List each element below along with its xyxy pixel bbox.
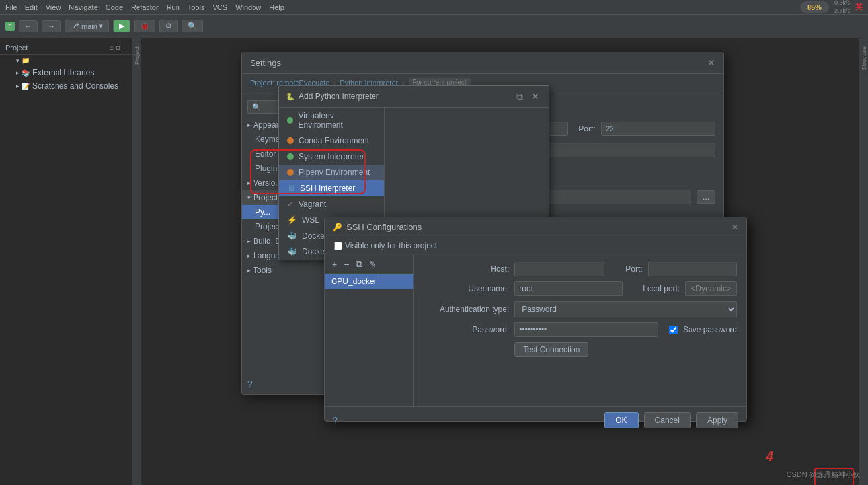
ssh-edit-btn[interactable]: ✎	[367, 258, 379, 270]
toolbar-search-btn[interactable]: 🔍	[182, 20, 203, 32]
menu-item-tools[interactable]: Tools	[188, 3, 205, 11]
annotation-4: 4	[766, 448, 773, 465]
branch-name: main	[81, 22, 97, 30]
interpreter-vagrant[interactable]: ✓ Vagrant	[279, 196, 384, 212]
ssh-username-input[interactable]	[514, 281, 623, 296]
tree-root[interactable]: ▾ 📁	[0, 55, 132, 66]
network-indicator: 0.3k/s 2.3k/s	[834, 0, 850, 15]
ssh-auth-select[interactable]: Password Key pair	[514, 301, 737, 317]
ssh-body: + − ⧉ ✎ GPU_docker Host: ██████ Port: ██…	[325, 255, 746, 406]
pipenv-label: Pipenv Environment	[299, 168, 370, 177]
content-area: Settings ✕ Project: remoteEvacuate › Pyt…	[132, 38, 868, 485]
ssh-password-label: Password:	[423, 325, 509, 334]
visible-only-row: Visible only for this project	[325, 237, 746, 255]
wsl-label: WSL	[302, 215, 319, 225]
ssh-host-row: Host: ██████ Port: ████	[423, 262, 737, 276]
menu-item-run[interactable]: Run	[167, 3, 180, 11]
ssh-add-btn[interactable]: +	[330, 258, 339, 270]
toolbar-debug-btn[interactable]: 🐞	[134, 20, 155, 32]
chevron-down-icon: ▾	[99, 22, 103, 30]
settings-title-bar: Settings ✕	[242, 52, 723, 74]
settings-help-btn[interactable]: ?	[242, 373, 258, 394]
sidebar-collapse-btn[interactable]: ≡	[110, 44, 114, 52]
ssh-password-input[interactable]	[514, 322, 658, 337]
visible-only-label: Visible only for this project	[345, 241, 437, 250]
project-tab[interactable]: Project	[134, 46, 140, 65]
ssh-username-row: User name: Local port: <Dynamic>	[423, 281, 737, 296]
interpreter-system[interactable]: System Interpreter	[279, 149, 384, 165]
toolbar-forward-btn[interactable]: →	[42, 20, 61, 32]
system-label: System Interpreter	[299, 152, 364, 161]
ssh-port-input[interactable]: ████	[648, 262, 737, 276]
external-libraries-label: External Libraries	[32, 68, 94, 77]
ssh-form: Host: ██████ Port: ████ User name: Local…	[414, 255, 746, 406]
right-strip: Structure	[859, 38, 868, 485]
save-password-checkbox[interactable]	[669, 326, 678, 334]
ssh-copy-btn[interactable]: ⧉	[354, 258, 364, 270]
sidebar-minimize-btn[interactable]: −	[122, 44, 126, 52]
ssh-dialog-close-btn[interactable]: ✕	[732, 223, 738, 232]
popup-close-btn[interactable]: ✕	[529, 90, 542, 103]
interpreter-pipenv[interactable]: Pipenv Environment	[279, 165, 384, 180]
menu-item-vcs[interactable]: VCS	[213, 3, 228, 11]
port-input[interactable]	[601, 122, 715, 136]
vagrant-icon: ✓	[287, 200, 294, 209]
ssh-remove-btn[interactable]: −	[342, 258, 351, 270]
ssh-list-panel: + − ⧉ ✎ GPU_docker	[325, 255, 414, 406]
ssh-username-label: User name:	[423, 284, 509, 293]
toolbar-run-btn[interactable]: ▶	[113, 20, 130, 32]
ssh-cancel-btn[interactable]: Cancel	[644, 412, 691, 428]
visible-only-checkbox[interactable]	[334, 242, 342, 250]
ssh-help-icon[interactable]: ?	[333, 415, 338, 426]
project-icon: P	[5, 22, 15, 31]
toolbar-branch-btn[interactable]: ⎇ main ▾	[65, 20, 109, 32]
ssh-password-row: Password: Save password	[423, 322, 737, 337]
menu-item-navigate[interactable]: Navigate	[69, 3, 97, 11]
settings-dialog-title: Settings	[250, 58, 281, 68]
menu-item-window[interactable]: Window	[235, 3, 261, 11]
menu-item-refactor[interactable]: Refactor	[131, 3, 159, 11]
structure-tab[interactable]: Structure	[861, 46, 867, 71]
toolbar-back-btn[interactable]: ←	[19, 20, 38, 32]
ssh-apply-btn[interactable]: Apply	[696, 412, 738, 428]
popup-title-bar: 🐍 Add Python Interpreter ⧉ ✕	[279, 86, 549, 108]
chevron-right-icon: ▸	[16, 69, 19, 76]
ssh-dialog-title: 🔑 SSH Configurations	[333, 222, 422, 232]
test-connection-btn[interactable]: Test Connection	[514, 342, 588, 357]
ssh-ok-btn[interactable]: OK	[604, 412, 638, 428]
tree-external-libraries[interactable]: ▸ 📚 External Libraries	[0, 66, 132, 79]
watermark: CSDN @炼丹精神小伙	[787, 470, 860, 480]
tree-scratches[interactable]: ▸ 📝 Scratches and Consoles	[0, 79, 132, 93]
ssh-config-browse-btn[interactable]: ...	[697, 190, 715, 204]
interpreter-virtualenv[interactable]: Virtualenv Environment	[279, 108, 384, 133]
sidebar-settings-btn[interactable]: ⚙	[115, 44, 121, 52]
menu-item-code[interactable]: Code	[106, 3, 123, 11]
interpreter-conda[interactable]: Conda Environment	[279, 133, 384, 149]
menu-bar: File Edit View Navigate Code Refactor Ru…	[0, 0, 868, 15]
pipenv-icon	[287, 169, 294, 176]
toolbar-settings-btn[interactable]: ⚙	[159, 20, 178, 32]
folder-icon: 📁	[22, 57, 30, 64]
library-icon: 📚	[22, 69, 30, 77]
conda-icon	[287, 137, 294, 144]
project-sidebar: Project ≡ ⚙ − ▾ 📁 ▸ 📚 External Libraries…	[0, 38, 132, 485]
help-icon: ?	[247, 379, 253, 389]
menu-item-edit[interactable]: Edit	[25, 3, 38, 11]
menu-item-help[interactable]: Help	[269, 3, 284, 11]
settings-close-btn[interactable]: ✕	[707, 57, 715, 68]
scratches-label: Scratches and Consoles	[32, 81, 118, 91]
interpreter-ssh[interactable]: 🖥 SSH Interpreter	[279, 180, 384, 196]
ssh-host-input[interactable]: ██████	[514, 262, 604, 276]
branch-icon: ⎇	[71, 22, 79, 30]
ssh-toolbar: + − ⧉ ✎	[325, 255, 413, 274]
ssh-localport-input[interactable]: <Dynamic>	[685, 281, 737, 296]
main-area: Project ≡ ⚙ − ▾ 📁 ▸ 📚 External Libraries…	[0, 38, 868, 485]
cpu-indicator: 85%	[800, 1, 829, 13]
ssh-config-item[interactable]: GPU_docker	[325, 274, 413, 289]
port-label: Port:	[578, 124, 595, 133]
menu-item-view[interactable]: View	[46, 3, 61, 11]
popup-expand-btn[interactable]: ⧉	[513, 90, 526, 103]
scratches-icon: 📝	[22, 83, 30, 90]
nav-tools-label: Tools	[253, 266, 272, 275]
menu-item-file[interactable]: File	[5, 3, 17, 11]
